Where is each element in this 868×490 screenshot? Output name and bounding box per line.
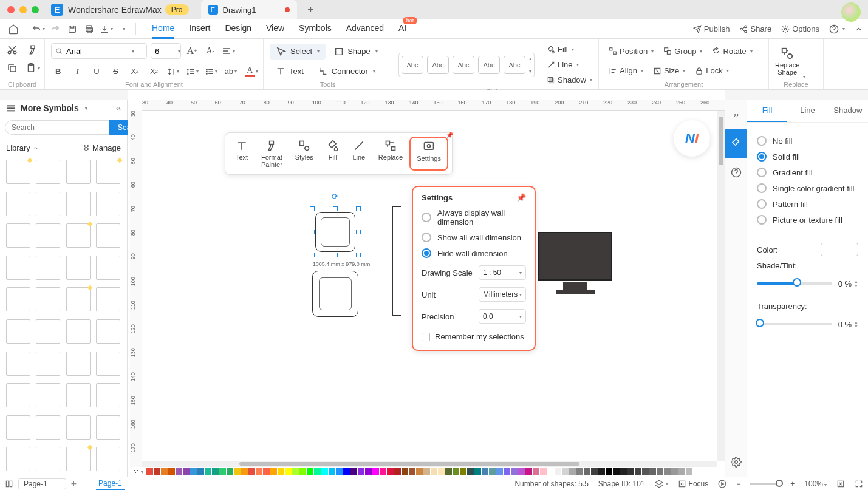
copy-button[interactable] [5, 61, 19, 75]
symbol-item[interactable] [66, 256, 91, 280]
symbol-item[interactable] [66, 447, 91, 471]
right-tab-fill[interactable]: Fill [747, 100, 787, 122]
menu-tab-symbols[interactable]: Symbols [299, 23, 332, 35]
symbol-item[interactable] [66, 352, 91, 376]
menu-tab-view[interactable]: View [266, 23, 284, 35]
symbol-item[interactable] [66, 383, 91, 407]
color-chip[interactable] [183, 468, 190, 475]
maximize-window-button[interactable] [32, 6, 39, 13]
increase-font-button[interactable]: A+ [185, 44, 199, 58]
color-chip[interactable] [263, 468, 270, 475]
color-chip[interactable] [227, 468, 233, 475]
position-button[interactable]: Position▾ [605, 44, 657, 58]
color-chip[interactable] [154, 468, 160, 475]
color-chip[interactable] [416, 468, 423, 475]
canvas-shape-bracket[interactable] [392, 206, 401, 316]
settings-panel-button[interactable] [725, 447, 747, 477]
share-button[interactable]: Share [739, 24, 771, 33]
shape-tool-button[interactable]: Shape▾ [328, 44, 384, 59]
color-chip[interactable] [482, 468, 488, 475]
page-list-icon[interactable] [5, 480, 13, 488]
connector-tool-button[interactable]: Connector▾ [312, 64, 381, 78]
menu-tab-design[interactable]: Design [225, 23, 251, 35]
color-chip[interactable] [496, 468, 503, 475]
help-panel-button[interactable] [725, 158, 747, 187]
expand-panel-button[interactable]: ›› [725, 100, 747, 129]
bullet-list-button[interactable]: ▾ [204, 64, 219, 79]
color-chip[interactable] [343, 468, 350, 475]
style-swatch-2[interactable]: Abc [427, 56, 449, 74]
symbol-item[interactable] [36, 192, 60, 216]
color-chip[interactable] [278, 468, 284, 475]
fill-style-button[interactable]: Fill▾ [543, 43, 596, 56]
symbol-item[interactable] [96, 415, 120, 440]
fill-option-single-gradient[interactable]: Single color gradient fill [757, 183, 858, 193]
focus-button[interactable]: Focus [678, 480, 709, 488]
color-chip[interactable] [671, 468, 678, 475]
precision-select[interactable]: 0.0▾ [479, 309, 526, 324]
style-swatch-4[interactable]: Abc [478, 56, 500, 74]
color-chip[interactable] [168, 468, 175, 475]
color-chip[interactable] [248, 468, 255, 475]
layers-button[interactable]: ▾ [655, 480, 668, 488]
color-chip[interactable] [358, 468, 364, 475]
symbol-item[interactable] [6, 287, 30, 311]
close-window-button[interactable] [7, 6, 15, 13]
symbol-item[interactable] [36, 383, 60, 407]
symbol-item[interactable] [96, 160, 120, 184]
symbol-item[interactable] [96, 256, 120, 280]
zoom-slider[interactable] [750, 483, 781, 485]
color-chip[interactable] [241, 468, 248, 475]
style-swatch-3[interactable]: Abc [453, 56, 474, 74]
text-spacing-button[interactable]: ▾ [166, 64, 180, 79]
color-chip[interactable] [606, 468, 612, 475]
color-chip[interactable] [555, 468, 561, 475]
shade-spinner[interactable]: ▲▼ [854, 279, 858, 288]
manage-library-button[interactable]: Manage [83, 143, 121, 152]
text-case-button[interactable]: ab▾ [224, 64, 238, 79]
color-chip[interactable] [678, 468, 685, 475]
library-label[interactable]: Library [6, 143, 30, 152]
publish-button[interactable]: Publish [693, 24, 730, 33]
more-symbols-header[interactable]: More Symbols▾ ‹‹ [0, 100, 127, 117]
color-chip[interactable] [256, 468, 262, 475]
color-chip[interactable] [584, 468, 590, 475]
bold-button[interactable]: B [51, 64, 66, 79]
decrease-font-button[interactable]: A- [203, 44, 217, 58]
symbol-item[interactable] [96, 352, 120, 376]
resize-handle-se[interactable] [356, 253, 361, 257]
color-swatch[interactable] [821, 243, 858, 256]
color-chip[interactable] [380, 468, 386, 475]
pin-toolbar-icon[interactable]: 📌 [446, 132, 453, 138]
page-tab[interactable]: Page-1 [96, 478, 125, 490]
symbol-item[interactable] [96, 192, 120, 216]
symbol-item[interactable] [66, 319, 91, 344]
float-settings-button[interactable]: Settings [409, 137, 448, 171]
color-chip[interactable] [591, 468, 598, 475]
style-swatch-5[interactable]: Abc [504, 56, 525, 74]
zoom-in-button[interactable]: + [790, 480, 795, 488]
symbol-item[interactable] [6, 319, 30, 344]
transparency-spinner[interactable]: ▲▼ [854, 320, 858, 328]
option-hide[interactable]: Hide wall dimension [422, 248, 526, 258]
font-size-select[interactable]: ▾ [151, 43, 181, 59]
color-chip[interactable] [438, 468, 445, 475]
color-chip[interactable] [176, 468, 182, 475]
symbol-item[interactable] [66, 287, 91, 311]
menu-tab-advanced[interactable]: Advanced [346, 23, 384, 35]
undo-button[interactable]: ▾ [30, 21, 47, 38]
color-chip[interactable] [234, 468, 241, 475]
transparency-slider[interactable] [757, 323, 832, 325]
float-format-painter-button[interactable]: Format Painter [255, 137, 289, 171]
symbol-item[interactable] [6, 256, 30, 280]
color-chip[interactable] [657, 468, 663, 475]
symbol-item[interactable] [96, 319, 120, 344]
fill-panel-tab-icon[interactable] [725, 129, 747, 158]
symbol-item[interactable] [36, 287, 60, 311]
vertical-scrollbar[interactable] [717, 111, 725, 461]
color-chip[interactable] [489, 468, 496, 475]
line-spacing-button[interactable]: ▾ [185, 64, 200, 79]
more-button[interactable]: ▾ [115, 21, 132, 38]
home-icon[interactable] [5, 21, 22, 38]
symbol-item[interactable] [66, 223, 91, 248]
